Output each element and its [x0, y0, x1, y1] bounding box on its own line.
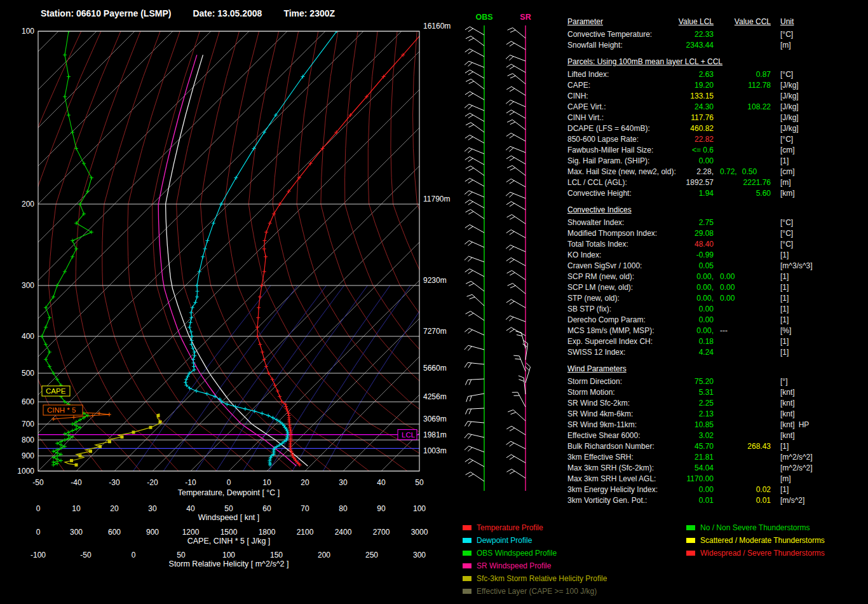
unit-label: [knt] [780, 420, 795, 430]
value-lcl: 22.33 [695, 30, 714, 39]
param-name: Lifted Index: [567, 69, 678, 80]
table-row: STP (new, old):0.00,0.00[1] [567, 293, 860, 304]
cape-label: CAPE [46, 387, 66, 395]
unit-label: [1] [780, 315, 789, 326]
value-lcl: 29.08 [695, 229, 714, 238]
cape-axis-tick-label: 600 [108, 528, 121, 537]
windspeed-axis-tick-label: 90 [377, 504, 386, 513]
value-lcl: 19.20 [695, 81, 714, 90]
legend-label: Scattered / Moderate Thunderstorms [700, 535, 825, 548]
table-row: Craven SigSvr / 1000:0.05[m^3/s^3] [567, 261, 860, 271]
value-ccl-cell [714, 40, 771, 51]
value-lcl-cell: 29.08 [678, 228, 714, 239]
severity-legend-item: Widespread / Severe Thunderstorms [686, 548, 825, 561]
value-lcl: <= 0.6 [692, 146, 714, 154]
value-lcl-cell: 0.18 [678, 336, 714, 347]
param-name: DCAPE (LFS = 640mB): [567, 123, 678, 134]
unit-label: [1] [780, 441, 789, 452]
table-row: 3km Vorticity Gen. Pot.:0.010.01[m/s^2] [567, 495, 860, 506]
value-lcl: 3.02 [699, 431, 714, 440]
unit-label: [1] [780, 347, 789, 358]
dry-adiabat-line [153, 31, 293, 471]
param-name: KO Index: [567, 250, 678, 261]
value-ccl-cell: 0.00 [714, 271, 771, 282]
srh-axis-tick-label: 100 [222, 551, 235, 559]
unit-label: [knt] [780, 409, 795, 420]
cape-axis-axis-title: CAPE, CINH * 5 [ J/kg ] [187, 537, 271, 546]
param-name: Effective Shear 6000: [567, 430, 678, 441]
value-ccl-cell [714, 228, 771, 239]
value-ccl-cell [714, 91, 771, 102]
value-lcl: 54.04 [695, 463, 714, 472]
unit-label: [cm] [780, 167, 795, 177]
unit-label: [°C] [780, 29, 793, 40]
param-name: Showalter Index: [567, 217, 678, 228]
param-name: CINH: [567, 91, 678, 102]
value-lcl-cell: 24.30 [678, 102, 714, 113]
param-name: CAPE Virt.: [567, 102, 678, 113]
srh-axis-tick-label: -50 [80, 551, 92, 559]
temperature-axis-tick-label: -20 [147, 478, 158, 487]
value-lcl-cell: 1892.57 [678, 177, 714, 188]
unit-label: [1] [780, 156, 789, 167]
value-ccl: 108.22 [747, 102, 771, 111]
value-lcl-cell: 75.20 [678, 376, 714, 387]
table-row: SR Wind 4km-6km:2.13[knt] [567, 409, 860, 420]
table-row: Storm Motion:5.31[knt] [567, 387, 860, 398]
value-ccl-cell: 5.60 [714, 188, 771, 199]
legend-label: Temperature Profile [477, 523, 543, 535]
value-lcl-cell: 19.20 [678, 80, 714, 91]
value-lcl-cell: 0.05 [678, 261, 714, 271]
param-name: LCL / CCL (AGL): [567, 177, 678, 188]
srh-axis-tick-label: -100 [31, 551, 46, 559]
value-lcl: 0.00, [696, 283, 714, 292]
value-lcl: 1892.57 [686, 178, 714, 187]
param-name: 850-600 Lapse Rate: [567, 134, 678, 145]
srh-axis-tick-label: 200 [318, 551, 330, 559]
value-lcl-cell: 3.02 [678, 430, 714, 441]
severity-legend-item: No / Non Severe Thunderstorms [686, 523, 825, 535]
value-lcl-cell: 2.75 [678, 217, 714, 228]
param-name: 3km Effective SRH: [567, 452, 678, 463]
value-lcl-cell: 2.25 [678, 398, 714, 409]
param-name: MCS 18m/s (MMP, MSP): [567, 326, 678, 336]
param-name: Exp. Supercell Index CH: [567, 336, 678, 347]
value-ccl-cell [714, 250, 771, 261]
value-lcl: 0.05 [699, 261, 714, 270]
param-name: Convective Temperature: [567, 29, 678, 40]
unit-label: [°C] [780, 69, 793, 80]
value-lcl: 10.85 [695, 420, 714, 429]
temperature-axis-tick-label: -50 [32, 478, 44, 487]
value-ccl-cell [714, 463, 771, 474]
value-lcl: -0.99 [696, 251, 714, 259]
table-row: 850-600 Lapse Rate:22.82[°C] [567, 134, 860, 145]
unit-label: [J/kg] [780, 113, 799, 123]
unit-label: [1] [780, 484, 789, 495]
height-label: 5660m [423, 364, 447, 373]
value-ccl-cell [714, 336, 771, 347]
obs-label: OBS [475, 13, 492, 22]
value-ccl-cell [714, 239, 771, 250]
dry-adiabat-line [102, 31, 217, 471]
legend-swatch [463, 589, 471, 594]
table-row: LCL / CCL (AGL):1892.572221.76[m] [567, 177, 860, 188]
param-name: SB STP (fix): [567, 304, 678, 315]
value-ccl: 0.02 [756, 485, 771, 494]
param-name: SCP LM (new, old): [567, 282, 678, 293]
value-lcl-cell: 0.00, [678, 271, 714, 282]
value-lcl: 2.75 [699, 218, 714, 227]
value-ccl-cell: 0.87 [714, 69, 771, 80]
obs-windspeed-profile-markers [40, 29, 93, 467]
value-ccl-cell [714, 315, 771, 326]
isotherm-line [229, 31, 559, 471]
value-lcl-cell: 0.00 [678, 304, 714, 315]
srh-axis-tick-label: 150 [270, 551, 283, 559]
unit-label: [J/kg] [780, 80, 799, 91]
value-ccl: 0.50 [742, 167, 757, 176]
value-lcl: 2.28, [696, 167, 714, 176]
value-lcl-cell: 22.33 [678, 29, 714, 40]
cape-axis-tick-label: 2100 [297, 528, 314, 537]
windspeed-axis-tick-label: 0 [36, 504, 41, 513]
value-lcl-cell: 117.76 [678, 113, 714, 123]
table-header-row: ParameterValue LCLValue CCLUnit [567, 17, 860, 29]
